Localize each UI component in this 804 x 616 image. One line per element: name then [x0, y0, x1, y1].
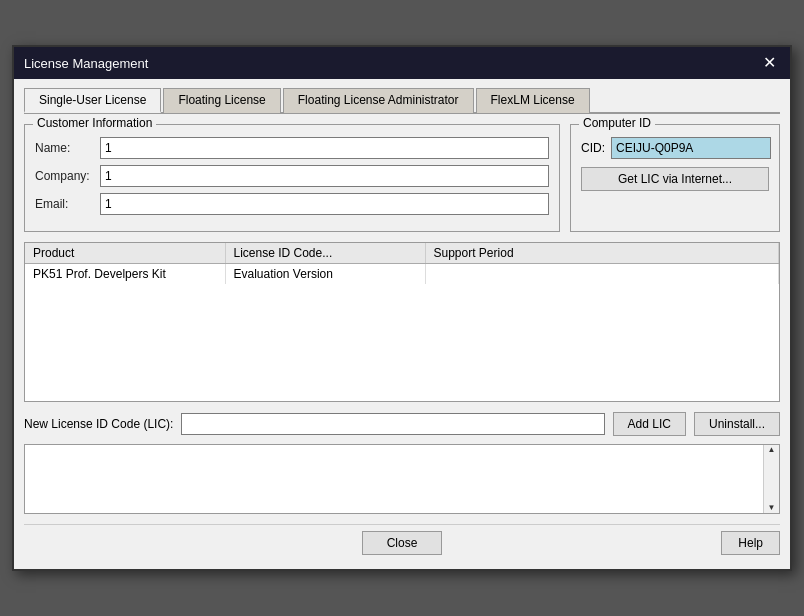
add-lic-button[interactable]: Add LIC [613, 412, 686, 436]
cid-row: CID: [581, 137, 769, 159]
company-row: Company: [35, 165, 549, 187]
bottom-buttons: Close Help [24, 524, 780, 559]
cid-label: CID: [581, 141, 605, 155]
cid-input[interactable] [611, 137, 771, 159]
scroll-up-icon[interactable]: ▲ [768, 446, 776, 454]
scrollbar: ▲ ▼ [763, 445, 779, 513]
tab-single-user[interactable]: Single-User License [24, 88, 161, 113]
customer-info-title: Customer Information [33, 116, 156, 130]
email-label: Email: [35, 197, 100, 211]
company-input[interactable] [100, 165, 549, 187]
company-label: Company: [35, 169, 100, 183]
col-product[interactable]: Product [25, 243, 225, 264]
name-input[interactable] [100, 137, 549, 159]
cell-support-period [425, 264, 779, 285]
get-lic-button[interactable]: Get LIC via Internet... [581, 167, 769, 191]
name-label: Name: [35, 141, 100, 155]
tab-bar: Single-User License Floating License Flo… [24, 87, 780, 114]
table-header-row: Product License ID Code... Support Perio… [25, 243, 779, 264]
col-license-id[interactable]: License ID Code... [225, 243, 425, 264]
text-area-container: ▲ ▼ [24, 444, 780, 514]
new-lic-label: New License ID Code (LIC): [24, 417, 173, 431]
computer-id-group: Computer ID CID: Get LIC via Internet... [570, 124, 780, 232]
email-row: Email: [35, 193, 549, 215]
license-management-dialog: License Management ✕ Single-User License… [12, 45, 792, 571]
uninstall-button[interactable]: Uninstall... [694, 412, 780, 436]
license-table-container: Product License ID Code... Support Perio… [24, 242, 780, 402]
cell-product: PK51 Prof. Develpers Kit [25, 264, 225, 285]
table-row[interactable]: PK51 Prof. Develpers Kit Evaluation Vers… [25, 264, 779, 285]
tab-floating-license[interactable]: Floating License [163, 88, 280, 113]
name-row: Name: [35, 137, 549, 159]
new-lic-row: New License ID Code (LIC): Add LIC Unins… [24, 412, 780, 436]
scroll-down-icon[interactable]: ▼ [768, 504, 776, 512]
customer-info-group: Customer Information Name: Company: Emai… [24, 124, 560, 232]
new-lic-input[interactable] [181, 413, 604, 435]
dialog-body: Single-User License Floating License Flo… [14, 79, 790, 569]
tab-floating-admin[interactable]: Floating License Administrator [283, 88, 474, 113]
log-textarea[interactable] [25, 445, 763, 513]
email-input[interactable] [100, 193, 549, 215]
title-bar: License Management ✕ [14, 47, 790, 79]
top-content: Customer Information Name: Company: Emai… [24, 124, 780, 232]
help-button[interactable]: Help [721, 531, 780, 555]
col-support-period[interactable]: Support Period [425, 243, 779, 264]
cell-license-id: Evaluation Version [225, 264, 425, 285]
computer-id-title: Computer ID [579, 116, 655, 130]
close-button[interactable]: Close [362, 531, 443, 555]
tab-flexlm[interactable]: FlexLM License [476, 88, 590, 113]
dialog-title: License Management [24, 56, 148, 71]
license-table: Product License ID Code... Support Perio… [25, 243, 779, 284]
close-window-button[interactable]: ✕ [759, 53, 780, 73]
